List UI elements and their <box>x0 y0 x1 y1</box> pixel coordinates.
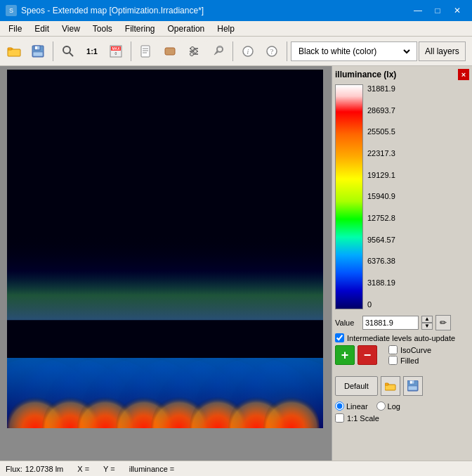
max-button[interactable]: MAX 0 <box>105 40 127 63</box>
log-radio[interactable] <box>376 401 386 411</box>
svg-rect-17 <box>165 48 175 55</box>
scale-labels: 31881.928693.725505.522317.319129.115940… <box>367 84 395 309</box>
log-label: Log <box>388 402 400 411</box>
spin-buttons: ▲ ▼ <box>421 316 433 330</box>
scale-row: 1:1 Scale <box>335 413 469 423</box>
color-scale-container: 31881.928693.725505.522317.319129.115940… <box>335 84 469 309</box>
isocurve-label: IsoCurve <box>400 346 431 354</box>
close-button[interactable]: ✕ <box>448 1 466 20</box>
help-button[interactable]: ? <box>261 40 283 63</box>
svg-point-22 <box>194 49 197 53</box>
ratio-label: 1:1 <box>86 47 98 56</box>
svg-rect-35 <box>410 381 412 384</box>
scale-label-value: 6376.38 <box>367 257 395 266</box>
minimize-button[interactable]: — <box>409 1 427 20</box>
zoom-button[interactable] <box>57 40 79 63</box>
value-input[interactable] <box>362 316 419 330</box>
add-button[interactable]: + <box>335 345 355 365</box>
title-controls: — □ ✕ <box>409 1 466 20</box>
flux-label: Flux: <box>6 465 22 473</box>
folder-icon-button[interactable] <box>381 376 400 396</box>
ratio-button[interactable]: 1:1 <box>81 40 103 63</box>
toolbar: 1:1 MAX 0 <box>0 37 472 66</box>
menu-help[interactable]: Help <box>211 22 240 35</box>
svg-rect-2 <box>8 48 12 50</box>
filled-row: Filled <box>388 356 431 365</box>
svg-text:MAX: MAX <box>112 46 120 51</box>
scale-label-value: 31881.9 <box>367 84 395 94</box>
window-title: Speos - Extended map [Optimization.Irrad… <box>21 6 204 15</box>
scale-checkbox[interactable] <box>335 413 344 423</box>
scale-type-row: Linear Log <box>335 401 469 411</box>
svg-rect-5 <box>35 46 37 49</box>
scale-label-value: 15940.9 <box>367 192 395 201</box>
sliders-button[interactable] <box>183 40 205 63</box>
document-button[interactable] <box>135 40 157 63</box>
svg-rect-32 <box>385 383 388 385</box>
menu-operation[interactable]: Operation <box>162 22 211 35</box>
status-bar: Flux: 12.0738 lm X = Y = illuminance = <box>0 461 472 476</box>
intermediate-label: Intermediate levels auto-update <box>347 334 455 342</box>
title-bar: S Speos - Extended map [Optimization.Irr… <box>0 0 472 21</box>
spin-down[interactable]: ▼ <box>421 323 433 330</box>
action-btns-row: Default <box>335 376 469 396</box>
filled-label: Filled <box>400 356 419 365</box>
remove-button[interactable]: − <box>358 345 377 365</box>
scale-label-value: 28693.7 <box>367 106 395 115</box>
intermediate-checkbox[interactable] <box>335 333 344 342</box>
eyedropper-button[interactable]: ✏ <box>435 315 451 330</box>
linear-radio-item: Linear <box>335 401 368 411</box>
flux-status: Flux: 12.0738 lm <box>6 465 63 473</box>
isocurve-checkbox[interactable] <box>388 345 398 354</box>
svg-point-7 <box>63 46 70 53</box>
add-remove-row: + − <box>335 345 377 365</box>
app-icon: S <box>6 5 17 16</box>
svg-rect-13 <box>141 46 150 57</box>
default-button[interactable]: Default <box>335 376 378 396</box>
y-label: Y = <box>103 465 115 473</box>
legend-close-button[interactable]: × <box>458 69 469 80</box>
scale-label-value: 19129.1 <box>367 171 395 180</box>
color-scheme-select[interactable]: Black to white (color) Grayscale Rainbow <box>296 46 412 57</box>
value-row: Value ▲ ▼ ✏ <box>335 315 469 330</box>
main-content: illuminance (lx) × 31881.928693.725505.5… <box>0 66 472 461</box>
illuminance-label: illuminance = <box>129 465 175 473</box>
save-button[interactable] <box>27 40 49 63</box>
profile-button[interactable] <box>159 40 181 63</box>
layers-label: All layers <box>425 46 459 56</box>
menu-filtering[interactable]: Filtering <box>119 22 161 35</box>
svg-rect-25 <box>218 46 221 48</box>
x-status: X = <box>77 465 89 473</box>
scale-label-value: 0 <box>367 300 395 309</box>
svg-text:0: 0 <box>115 51 117 56</box>
heatmap-canvas <box>7 70 323 428</box>
svg-text:i: i <box>247 48 249 56</box>
filled-checkbox[interactable] <box>388 356 398 365</box>
open-button[interactable] <box>3 40 25 63</box>
value-controls: Value ▲ ▼ ✏ Intermediate levels auto-upd… <box>335 315 469 423</box>
spin-up[interactable]: ▲ <box>421 316 433 323</box>
tools-button[interactable] <box>206 40 229 63</box>
save-icon-button[interactable] <box>403 376 423 396</box>
svg-point-21 <box>191 46 195 50</box>
svg-text:?: ? <box>270 47 274 56</box>
menu-view[interactable]: View <box>56 22 86 35</box>
maximize-button[interactable]: □ <box>428 1 447 20</box>
separator-3 <box>232 41 233 61</box>
info-button[interactable]: i <box>237 40 259 63</box>
scale-label: 1:1 Scale <box>347 414 379 423</box>
all-layers-button[interactable]: All layers <box>419 41 466 61</box>
x-label: X = <box>77 465 89 473</box>
svg-rect-6 <box>33 52 43 56</box>
menu-tools[interactable]: Tools <box>87 22 118 35</box>
log-radio-item: Log <box>376 401 400 411</box>
svg-line-8 <box>70 53 73 56</box>
scale-label-value: 25505.5 <box>367 127 395 136</box>
menu-edit[interactable]: Edit <box>29 22 55 35</box>
legend-title: illuminance (lx) <box>335 70 396 79</box>
scale-label-value: 22317.3 <box>367 149 395 158</box>
color-scheme-dropdown[interactable]: Black to white (color) Grayscale Rainbow <box>291 41 417 61</box>
menu-file[interactable]: File <box>3 22 27 35</box>
separator-4 <box>287 41 287 61</box>
linear-radio[interactable] <box>335 401 344 411</box>
